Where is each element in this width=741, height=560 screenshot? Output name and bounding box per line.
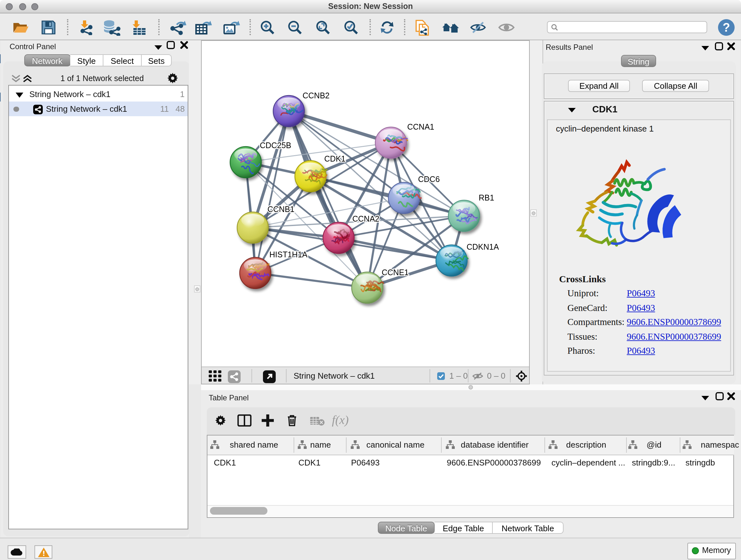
svg-text:CCNA1: CCNA1 bbox=[407, 122, 434, 131]
svg-text:CDKN1A: CDKN1A bbox=[467, 242, 499, 251]
svg-text:?: ? bbox=[723, 21, 730, 34]
svg-text:CDC6: CDC6 bbox=[418, 175, 440, 184]
svg-text:HIST1H1A: HIST1H1A bbox=[269, 250, 308, 259]
svg-text:CCNB2: CCNB2 bbox=[302, 91, 330, 100]
svg-text:CCNA2: CCNA2 bbox=[352, 214, 380, 223]
svg-text:CCNE1: CCNE1 bbox=[382, 268, 409, 277]
svg-text:CCNB1: CCNB1 bbox=[267, 205, 294, 213]
svg-text:CDK1: CDK1 bbox=[324, 154, 346, 163]
svg-text:RB1: RB1 bbox=[479, 193, 494, 202]
svg-text:CDC25B: CDC25B bbox=[260, 141, 291, 150]
